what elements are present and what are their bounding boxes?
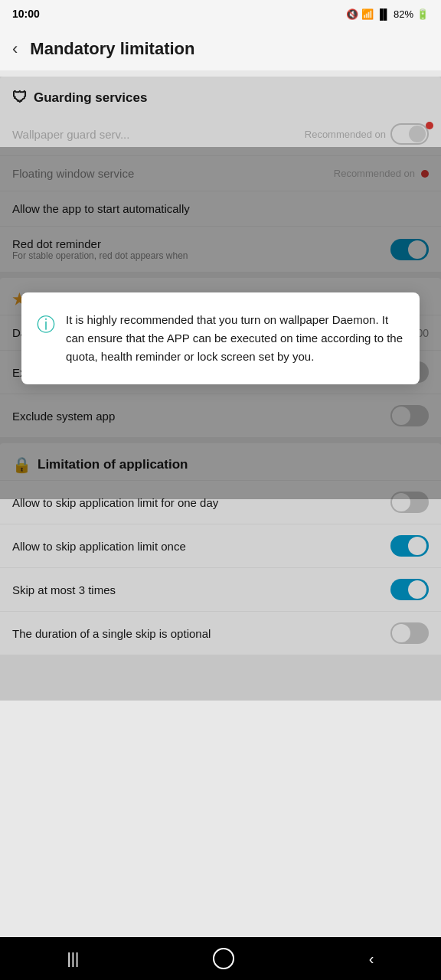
wifi-icon: 📶	[361, 8, 374, 20]
skip-once-row[interactable]: Allow to skip application limit once	[0, 524, 441, 567]
skip-times-toggle[interactable]	[390, 579, 429, 600]
dialog-text: It is highly recommended that you turn o…	[66, 311, 404, 366]
signal-icon: ▐▌	[377, 8, 390, 20]
battery-icon: 🔋	[416, 8, 429, 20]
recent-apps-button[interactable]: |||	[67, 950, 80, 968]
page-title: Mandatory limitation	[30, 39, 194, 59]
bottom-nav: ||| ‹	[0, 937, 441, 980]
wallpaper-red-dot	[426, 122, 433, 129]
status-bar: 10:00 🔇 📶 ▐▌ 82% 🔋	[0, 0, 441, 28]
battery-text: 82%	[394, 8, 413, 20]
skip-times-label: Skip at most 3 times	[12, 583, 390, 596]
skip-duration-row[interactable]: The duration of a single skip is optiona…	[0, 611, 441, 655]
shield-icon: 🛡	[12, 89, 28, 106]
info-icon: ⓘ	[37, 312, 55, 337]
skip-duration-toggle[interactable]	[390, 622, 429, 644]
dialog-overlay[interactable]: ⓘ It is highly recommended that you turn…	[0, 147, 441, 499]
skip-times-knob	[408, 580, 426, 599]
wallpaper-toggle-knob	[409, 126, 426, 142]
status-icons: 🔇 📶 ▐▌ 82% 🔋	[346, 8, 429, 20]
main-content: 🛡 Guarding services Wallpaper guard serv…	[0, 77, 441, 701]
wallpaper-recommended-text: Recommended on	[305, 129, 386, 140]
guarding-services-title: Guarding services	[34, 90, 147, 106]
skip-duration-label: The duration of a single skip is optiona…	[12, 627, 390, 640]
skip-once-toggle[interactable]	[390, 535, 429, 557]
mute-icon: 🔇	[346, 8, 358, 20]
top-bar: ‹ Mandatory limitation	[0, 28, 441, 70]
back-button[interactable]: ‹	[12, 39, 18, 59]
wallpaper-toggle[interactable]	[390, 123, 429, 145]
skip-once-knob	[408, 537, 426, 555]
status-time: 10:00	[12, 8, 40, 20]
skip-times-row[interactable]: Skip at most 3 times	[0, 567, 441, 611]
dialog-box: ⓘ It is highly recommended that you turn…	[21, 292, 420, 384]
back-nav-button[interactable]: ‹	[369, 950, 374, 968]
skip-once-label: Allow to skip application limit once	[12, 540, 390, 553]
home-button[interactable]	[213, 948, 234, 969]
guarding-services-header: 🛡 Guarding services	[0, 77, 441, 113]
skip-duration-knob	[392, 624, 410, 642]
wallpaper-guard-label: Wallpaper guard serv...	[12, 128, 305, 141]
